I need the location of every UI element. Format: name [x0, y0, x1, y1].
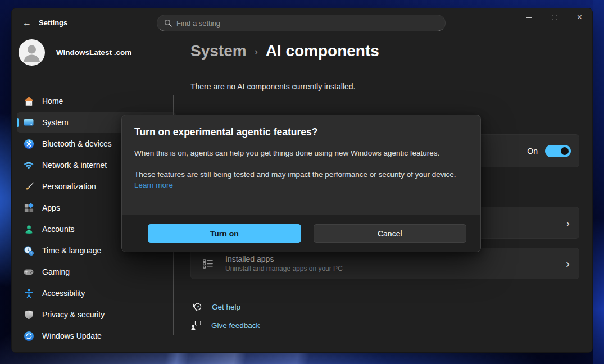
dialog-note-text: These features are still being tested an…: [134, 169, 458, 191]
sidebar-item-label: Network & internet: [42, 161, 107, 170]
give-feedback-icon: [190, 320, 202, 331]
desktop: { "titlebar": { "app_title": "Settings" …: [0, 0, 604, 364]
agentic-toggle[interactable]: [545, 145, 571, 157]
network-icon: [23, 160, 34, 171]
sidebar-item-label: Apps: [42, 203, 60, 212]
sidebar-item-label: Bluetooth & devices: [42, 139, 112, 148]
chevron-right-icon: ›: [566, 216, 570, 229]
agentic-features-dialog: Turn on experimental agentic features? W…: [121, 115, 481, 252]
svg-text:?: ?: [197, 304, 199, 310]
turn-on-button[interactable]: Turn on: [148, 224, 301, 243]
page-title: AI components: [266, 42, 379, 60]
close-icon: ×: [577, 13, 582, 22]
minimize-icon: [526, 17, 532, 18]
give-feedback-link[interactable]: Give feedback: [190, 320, 260, 331]
breadcrumb-separator-icon: ›: [255, 46, 258, 58]
row-subtitle: Uninstall and manage apps on your PC: [225, 265, 343, 272]
window-controls: ×: [516, 8, 592, 26]
installed-apps-row[interactable]: Installed apps Uninstall and manage apps…: [190, 248, 579, 279]
sidebar-item-label: Personalization: [42, 182, 96, 191]
apps-icon: [23, 202, 34, 213]
breadcrumb: System › AI components: [190, 42, 379, 60]
maximize-button[interactable]: [542, 8, 567, 26]
search-box[interactable]: [157, 15, 446, 31]
profile-area[interactable]: WindowsLatest .com: [19, 39, 131, 66]
sidebar-item-home[interactable]: Home: [17, 91, 176, 111]
personalization-icon: [23, 181, 34, 192]
installed-apps-icon: [202, 258, 214, 270]
search-icon: [164, 19, 172, 27]
sidebar-item-label: Time & language: [42, 246, 101, 255]
bluetooth-icon: [23, 138, 34, 149]
empty-state-message: There are no AI components currently ins…: [190, 82, 355, 91]
profile-name: WindowsLatest .com: [56, 48, 131, 57]
toggle-knob-icon: [561, 147, 569, 155]
wallpaper-ribbon: [593, 0, 604, 364]
accessibility-icon: [23, 288, 34, 299]
sidebar-item-label: Privacy & security: [42, 310, 105, 319]
home-icon: [23, 95, 34, 107]
cancel-button[interactable]: Cancel: [314, 224, 467, 243]
dialog-title: Turn on experimental agentic features?: [134, 126, 458, 138]
time-language-icon: [23, 245, 34, 256]
dialog-note: These features are still being tested an…: [134, 170, 456, 179]
settings-window: ← Settings × WindowsLatest .com Home: [11, 8, 593, 353]
privacy-icon: [23, 309, 34, 320]
system-icon: [23, 117, 34, 128]
learn-more-link[interactable]: Learn more: [134, 181, 173, 189]
maximize-icon: [552, 15, 557, 20]
sidebar-item-windows-update[interactable]: Windows Update: [17, 326, 176, 346]
dialog-footer: Turn on Cancel: [122, 215, 480, 252]
give-feedback-label: Give feedback: [211, 321, 260, 330]
minimize-button[interactable]: [516, 8, 542, 26]
avatar: [19, 39, 45, 66]
get-help-label: Get help: [212, 303, 240, 311]
get-help-icon: ?: [192, 302, 202, 312]
toggle-state-label: On: [527, 147, 538, 156]
sidebar-item-label: Accessibility: [42, 289, 85, 298]
sidebar-item-gaming[interactable]: Gaming: [17, 262, 176, 282]
dialog-body-text: When this is on, agents can help you get…: [134, 148, 458, 159]
sidebar-item-label: Home: [42, 97, 63, 106]
sidebar-item-label: Gaming: [42, 267, 70, 276]
search-input[interactable]: [176, 19, 438, 28]
app-title: Settings: [39, 19, 67, 27]
close-button[interactable]: ×: [567, 8, 592, 26]
get-help-link[interactable]: ? Get help: [192, 302, 240, 312]
gaming-icon: [23, 266, 34, 277]
accounts-icon: [23, 224, 34, 235]
sidebar-item-label: Accounts: [42, 225, 75, 234]
sidebar-item-accessibility[interactable]: Accessibility: [17, 283, 176, 303]
sidebar-item-label: Windows Update: [42, 331, 102, 340]
breadcrumb-parent[interactable]: System: [190, 42, 247, 60]
row-title: Installed apps: [225, 254, 343, 263]
chevron-right-icon: ›: [566, 257, 570, 270]
sidebar-item-privacy[interactable]: Privacy & security: [17, 304, 176, 325]
back-button[interactable]: ←: [19, 16, 35, 30]
windows-update-icon: [23, 330, 34, 342]
sidebar-item-label: System: [42, 118, 69, 127]
